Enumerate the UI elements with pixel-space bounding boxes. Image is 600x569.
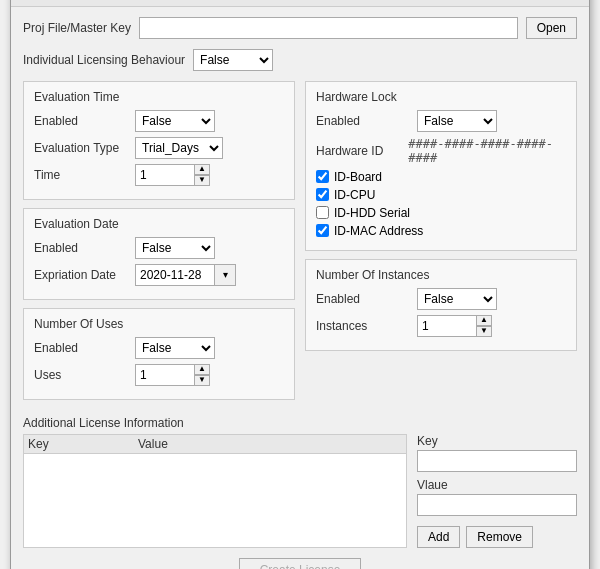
eval-time-enabled-label: Enabled [34,114,129,128]
uses-spinner-btns: ▲ ▼ [194,364,210,386]
hardware-lock-section: Hardware Lock Enabled False True Hardwar… [305,81,577,251]
instances-label: Instances [316,319,411,333]
proj-file-row: Proj File/Master Key Open [23,17,577,39]
uses-input[interactable] [135,364,195,386]
license-table: Key Value [23,434,407,548]
eval-time-time-row: Time ▲ ▼ [34,164,284,186]
eval-time-enabled-select[interactable]: False True [135,110,215,132]
value-input[interactable] [417,494,577,516]
evaluation-time-title: Evaluation Time [34,90,284,104]
hw-enabled-select[interactable]: False True [417,110,497,132]
col-key-header: Key [28,437,138,451]
instances-spinner: ▲ ▼ [417,315,492,337]
right-column: Hardware Lock Enabled False True Hardwar… [305,81,577,408]
key-value-panel: Key Vlaue Add Remove [417,434,577,548]
time-spinner-btns: ▲ ▼ [194,164,210,186]
number-of-uses-title: Number Of Uses [34,317,284,331]
expiration-date-input[interactable] [135,264,215,286]
uses-spin-down[interactable]: ▼ [194,375,210,386]
table-header: Key Value [24,435,406,454]
additional-license-section: Additional License Information Key Value… [23,416,577,548]
value-label: Vlaue [417,478,577,492]
instances-enabled-row: Enabled False True [316,288,566,310]
additional-license-title: Additional License Information [23,416,577,430]
eval-type-select[interactable]: Trial_Days Trial_Hours [135,137,223,159]
hw-id-label: Hardware ID [316,144,402,158]
evaluation-time-section: Evaluation Time Enabled False True Evalu… [23,81,295,200]
proj-file-label: Proj File/Master Key [23,21,131,35]
create-license-row: Create License [23,558,577,570]
eval-type-label: Evaluation Type [34,141,129,155]
table-body [24,454,406,524]
key-group: Key [417,434,577,472]
main-body: Evaluation Time Enabled False True Evalu… [23,81,577,408]
uses-enabled-select[interactable]: False True [135,337,215,359]
instances-spinner-btns: ▲ ▼ [476,315,492,337]
time-spinner: ▲ ▼ [135,164,210,186]
key-label: Key [417,434,577,448]
expiration-date-row: Expriation Date ▾ [34,264,284,286]
eval-date-enabled-row: Enabled False True [34,237,284,259]
open-button[interactable]: Open [526,17,577,39]
id-cpu-row: ID-CPU [316,188,566,202]
main-window: A LicenseGenAPP × Proj File/Master Key O… [10,0,590,569]
calendar-button[interactable]: ▾ [214,264,236,286]
instances-enabled-select[interactable]: False True [417,288,497,310]
instances-count-row: Instances ▲ ▼ [316,315,566,337]
id-board-checkbox[interactable] [316,170,329,183]
uses-enabled-label: Enabled [34,341,129,355]
hw-enabled-row: Enabled False True [316,110,566,132]
id-board-label: ID-Board [334,170,382,184]
individual-licensing-select[interactable]: False True [193,49,273,71]
number-of-uses-section: Number Of Uses Enabled False True Uses [23,308,295,400]
uses-spinner: ▲ ▼ [135,364,210,386]
col-value-header: Value [138,437,168,451]
individual-licensing-row: Individual Licensing Behaviour False Tru… [23,49,577,71]
create-license-button[interactable]: Create License [239,558,362,570]
id-hdd-row: ID-HDD Serial [316,206,566,220]
add-remove-buttons: Add Remove [417,526,577,548]
id-hdd-checkbox[interactable] [316,206,329,219]
additional-license-body: Key Value Key Vlaue Ad [23,434,577,548]
id-cpu-checkbox[interactable] [316,188,329,201]
individual-licensing-label: Individual Licensing Behaviour [23,53,185,67]
add-button[interactable]: Add [417,526,460,548]
id-hdd-label: ID-HDD Serial [334,206,410,220]
id-mac-checkbox[interactable] [316,224,329,237]
instances-title: Number Of Instances [316,268,566,282]
evaluation-date-title: Evaluation Date [34,217,284,231]
value-group: Vlaue [417,478,577,516]
uses-label: Uses [34,368,129,382]
time-spin-up[interactable]: ▲ [194,164,210,175]
date-picker: ▾ [135,264,236,286]
hw-id-row: Hardware ID ####-####-####-####-#### [316,137,566,165]
remove-button[interactable]: Remove [466,526,533,548]
time-input[interactable] [135,164,195,186]
evaluation-date-section: Evaluation Date Enabled False True Expri… [23,208,295,300]
hw-enabled-label: Enabled [316,114,411,128]
number-of-instances-section: Number Of Instances Enabled False True I… [305,259,577,351]
content-area: Proj File/Master Key Open Individual Lic… [11,7,589,570]
eval-time-enabled-row: Enabled False True [34,110,284,132]
uses-spin-up[interactable]: ▲ [194,364,210,375]
hardware-id-value: ####-####-####-####-#### [408,137,566,165]
eval-date-enabled-select[interactable]: False True [135,237,215,259]
instances-enabled-label: Enabled [316,292,411,306]
id-mac-label: ID-MAC Address [334,224,423,238]
instances-input[interactable] [417,315,477,337]
instances-spin-down[interactable]: ▼ [476,326,492,337]
instances-spin-up[interactable]: ▲ [476,315,492,326]
id-cpu-label: ID-CPU [334,188,375,202]
time-spin-down[interactable]: ▼ [194,175,210,186]
eval-type-row: Evaluation Type Trial_Days Trial_Hours [34,137,284,159]
expiration-label: Expriation Date [34,268,129,282]
uses-count-row: Uses ▲ ▼ [34,364,284,386]
id-mac-row: ID-MAC Address [316,224,566,238]
proj-file-input[interactable] [139,17,518,39]
id-board-row: ID-Board [316,170,566,184]
key-input[interactable] [417,450,577,472]
uses-enabled-row: Enabled False True [34,337,284,359]
eval-date-enabled-label: Enabled [34,241,129,255]
eval-time-time-label: Time [34,168,129,182]
left-column: Evaluation Time Enabled False True Evalu… [23,81,295,408]
